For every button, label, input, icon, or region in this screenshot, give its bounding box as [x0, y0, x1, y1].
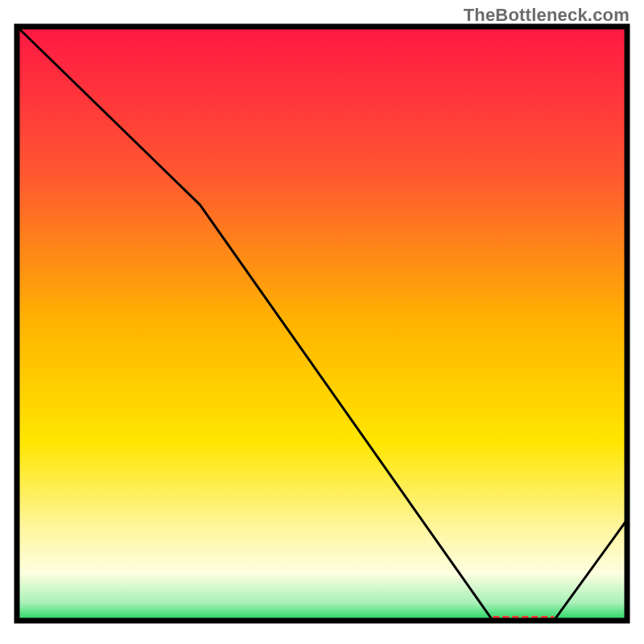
chart-frame: TheBottleneck.com: [0, 0, 644, 644]
bottleneck-chart: [0, 0, 644, 644]
